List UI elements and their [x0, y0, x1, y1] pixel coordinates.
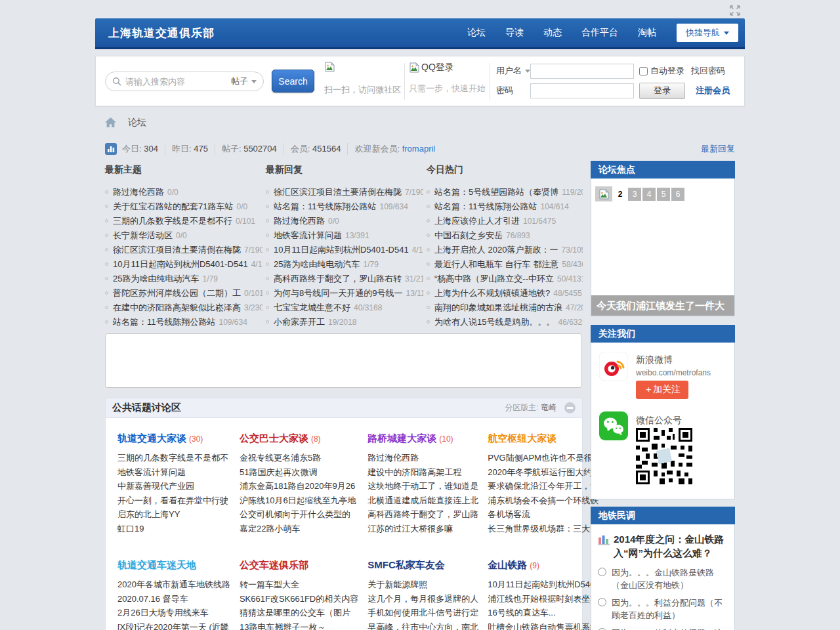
slide-page[interactable]: 5 [657, 188, 670, 201]
topic-row[interactable]: 高科西路终于翻交了，罗山路右转31/2123 [266, 272, 423, 286]
nav-item[interactable]: 合作平台 [572, 27, 628, 39]
topic-row[interactable]: 25路为啥由纯电动汽车1/79 [266, 257, 423, 272]
forum-topic-link[interactable]: 2月26日大场专用线来车 [117, 606, 230, 620]
topic-link[interactable]: 站名篇：11号线陈翔公路站 [274, 201, 377, 211]
topic-link[interactable]: 上海应该停止人才引进 [434, 216, 520, 226]
forum-topic-link[interactable]: 2020年各城市新通车地铁线路 [117, 578, 230, 592]
poll-question[interactable]: 2014年度之问：金山铁路入“网”为什么这么难？ [614, 532, 728, 560]
forum-topic-link[interactable]: 高科西路终于翻交了，罗山路 [368, 507, 478, 522]
topic-link[interactable]: 长宁新华活动区 [113, 230, 173, 240]
topic-row[interactable]: 关于红宝石路站的配套71路车站0/0 [105, 200, 262, 214]
search-input[interactable] [125, 77, 226, 87]
slide-page[interactable]: 4 [642, 188, 656, 201]
forum-link[interactable]: 轨道交通车迷天地 [117, 559, 196, 570]
forum-link[interactable]: 公交车迷俱乐部 [240, 559, 308, 570]
forum-topic-link[interactable]: 三期的几条数字线是不是都不 [117, 451, 230, 465]
topic-row[interactable]: 上海为什么不规划镇镇通地铁?48/5455 [427, 286, 583, 301]
topic-link[interactable]: 站名篇：5号线望园路站（奉贤博 [434, 187, 558, 197]
topic-row[interactable]: 25路为啥由纯电动汽车1/79 [105, 272, 262, 286]
topic-row[interactable]: 在建中的济阳路高架貌似比崧泽高3/230 [105, 301, 262, 315]
forum-topic-link[interactable]: 沪陈线10月6日起缩线至九亭地 [240, 494, 358, 508]
topic-link[interactable]: 路过海伦西路 [113, 187, 164, 197]
nav-item[interactable]: 动态 [534, 27, 572, 39]
forum-topic-link[interactable]: SK661F改SK661FD的相关内容 [240, 592, 358, 606]
password-field[interactable] [530, 83, 634, 98]
topic-link[interactable]: 南翔的印象城如果选址桃浦的古浪 [434, 303, 562, 312]
collapse-section-button[interactable] [564, 402, 576, 413]
forum-topic-link[interactable]: 地铁客流计算问题 [117, 465, 230, 480]
topic-row[interactable]: 为啥有人说15号线是鸡肋。。。46/6325 [427, 315, 583, 329]
topic-link[interactable]: 地铁客流计算问题 [274, 230, 342, 240]
topic-link[interactable]: 小俞家弄开工 [274, 317, 325, 327]
topic-row[interactable]: 为何与8号线同一天开通的9号线一13/1164 [266, 286, 423, 301]
topic-row[interactable]: 上海应该停止人才引进101/6475 [427, 214, 583, 228]
forum-topic-link[interactable]: 开心一刻，看看在弄堂中行驶 [117, 494, 230, 508]
forum-topic-link[interactable]: 2020年冬季航班运行图大约什 [488, 465, 602, 480]
forum-topic-link[interactable]: 13路电车翘辫子一枚～ [240, 620, 358, 630]
topic-link[interactable]: 高科西路终于翻交了，罗山路右转 [274, 274, 402, 284]
topic-row[interactable]: 徐汇区滨江项目渣土要清倒在梅陇7/190 [105, 243, 262, 257]
topic-link[interactable]: 路过海伦西路 [274, 216, 325, 226]
topic-link[interactable]: 25路为啥由纯电动汽车 [113, 274, 199, 284]
topic-link[interactable]: “杨高中路（罗山路立交--中环立 [434, 274, 554, 284]
home-icon[interactable] [105, 117, 116, 128]
slide-page[interactable]: 3 [628, 188, 641, 201]
forum-topic-link[interactable]: 金祝专线更名浦东5路 [240, 451, 358, 465]
poll-option[interactable]: 因为。。。金山铁路是铁路（金山区没有地铁） [598, 566, 728, 591]
topic-row[interactable]: 南翔的印象城如果选址桃浦的古浪47/2088 [427, 301, 583, 315]
radio-icon[interactable] [598, 568, 606, 576]
topic-row[interactable]: 地铁客流计算问题13/391 [266, 228, 423, 243]
topic-link[interactable]: 中国石刻之乡安岳 [434, 230, 503, 240]
slide-page-active[interactable]: 2 [614, 188, 627, 201]
nav-item[interactable]: 导读 [495, 27, 534, 39]
nav-item[interactable]: 论坛 [457, 27, 495, 39]
search-button[interactable]: Search [272, 70, 314, 93]
forum-topic-link[interactable]: 吐槽金山铁路自动售票机系统 [488, 620, 602, 630]
breadcrumb-forum-link[interactable]: 论坛 [128, 117, 146, 129]
register-link[interactable]: 注册会员 [696, 85, 730, 96]
topic-link[interactable]: 上海为什么不规划镇镇通地铁? [434, 288, 550, 298]
forum-topic-link[interactable]: 早高峰，往市中心方向，南北 [368, 620, 478, 630]
topic-row[interactable]: 路过海伦西路0/0 [266, 214, 423, 228]
forum-topic-link[interactable]: 关于新能源牌照 [368, 578, 478, 592]
username-field[interactable] [530, 64, 634, 79]
forum-topic-link[interactable]: 要求确保北沿江今年开工，让 [488, 479, 602, 494]
forum-topic-link[interactable]: PVG陆侧APM也许也不是很必 [488, 451, 602, 465]
topic-row[interactable]: 最近行人和电瓶车 自行车 都注意58/4369 [427, 257, 583, 272]
poll-option[interactable]: 因为。。。利益分配问题（不顾老百姓的利益） [598, 597, 728, 621]
forum-topic-link[interactable]: 浦东金高181路自2020年9月26 [240, 479, 358, 494]
topic-row[interactable]: 普陀区苏州河岸线公园（二期）工0/101 [105, 286, 262, 301]
find-password-link[interactable]: 找回密码 [691, 65, 725, 77]
forum-topic-link[interactable]: 浦江线也开始根据时刻表坐车 [488, 592, 602, 606]
forum-topic-link[interactable]: 手机如何使用北斗信号进行定 [368, 606, 478, 620]
quick-nav-button[interactable]: 快捷导航 [677, 24, 738, 42]
topic-row[interactable]: “杨高中路（罗山路立交--中环立50/4131 [427, 272, 583, 286]
poll-option[interactable]: 因为。。。体制上的问题（这个 [598, 627, 728, 630]
topic-link[interactable]: 最近行人和电瓶车 自行车 都注意 [434, 259, 558, 269]
topic-row[interactable]: 中国石刻之乡安岳76/893 [427, 228, 583, 243]
topic-row[interactable]: 徐汇区滨江项目渣土要清倒在梅陇7/190 [266, 185, 423, 200]
forum-topic-link[interactable]: 51路国庆起再次微调 [240, 465, 358, 480]
forum-topic-link[interactable]: 猜猜这是哪里的公交车（图片 [240, 606, 358, 620]
chevron-down-icon[interactable] [525, 70, 530, 73]
topic-row[interactable]: 上海开启抢人 2020落户新政：一73/10520 [427, 243, 583, 257]
section-title-link[interactable]: 公共话题讨论区 [112, 402, 181, 414]
nav-item[interactable]: 淘帖 [628, 27, 666, 39]
qq-login-link[interactable]: QQ登录 [421, 62, 454, 74]
topic-row[interactable]: 三期的几条数字线是不是都不行0/101 [105, 214, 262, 228]
forum-topic-link[interactable]: 建设中的济阳路高架工程 [368, 465, 478, 480]
forum-topic-link[interactable]: 路过海伦西路 [368, 451, 478, 465]
forum-topic-link[interactable]: 中新嘉善现代产业园 [117, 479, 230, 494]
weibo-url[interactable]: weibo.com/metrofans [636, 368, 711, 377]
topic-link[interactable]: 上海开启抢人 2020落户新政：一 [434, 245, 558, 255]
forum-topic-link[interactable]: 江苏的过江大桥很多嘛 [368, 522, 478, 536]
topic-link[interactable]: 在建中的济阳路高架貌似比崧泽高 [113, 303, 241, 312]
forum-topic-link[interactable]: [X段]记在2020年第一天 (近畿 [117, 620, 230, 630]
topic-row[interactable]: 站名篇：11号线陈翔公路站109/634 [266, 200, 423, 214]
moderator-link[interactable]: 竜崎 [541, 403, 556, 412]
forum-link[interactable]: 轨道交通大家谈 [117, 432, 186, 444]
forum-topic-link[interactable]: 各机场客流 [488, 507, 602, 522]
forum-topic-link[interactable]: 16号线的直达车... [488, 606, 602, 620]
topic-row[interactable]: 七宝宝龙城生意不好40/3168 [266, 301, 423, 315]
forum-topic-link[interactable]: 这几个月，每月很多退牌的人 [368, 592, 478, 606]
